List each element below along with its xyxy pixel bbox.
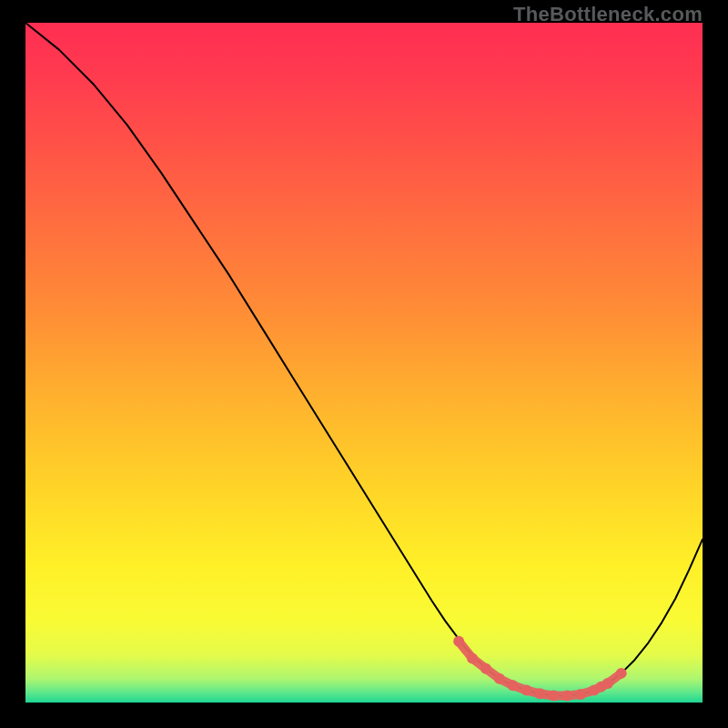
marker-dot: [521, 685, 532, 696]
marker-dot: [494, 673, 505, 684]
marker-dot: [561, 691, 572, 702]
marker-dot: [548, 691, 559, 702]
marker-dot: [508, 680, 519, 691]
marker-dot: [480, 663, 491, 674]
bottleneck-curve: [25, 23, 703, 696]
marker-dot: [602, 678, 613, 689]
marker-dot: [534, 688, 545, 699]
marker-dot: [575, 689, 586, 700]
chart-frame: TheBottleneck.com: [0, 0, 728, 728]
marker-dot: [453, 636, 464, 647]
marker-dot: [616, 668, 627, 679]
marker-dot: [467, 652, 478, 663]
chart-overlay: [25, 23, 703, 703]
